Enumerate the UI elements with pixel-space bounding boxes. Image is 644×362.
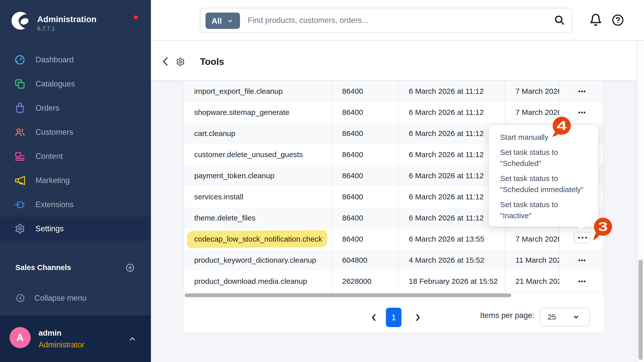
svg-text:3: 3 (598, 220, 608, 234)
svg-text:4: 4 (557, 119, 567, 133)
